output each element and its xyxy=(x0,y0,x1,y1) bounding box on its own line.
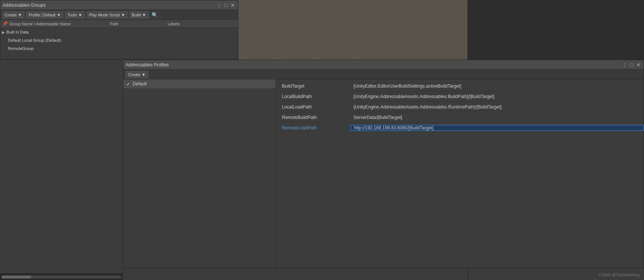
prop-label-local-build-path: LocalBuildPath xyxy=(276,94,350,99)
create-button[interactable]: Create ▼ xyxy=(2,11,25,19)
profiles-more-button[interactable]: ⋮ xyxy=(621,62,628,68)
expand-arrow-builtin: ▶ xyxy=(2,30,5,34)
scrollbar-area xyxy=(0,273,123,280)
prop-label-local-load-path: LocalLoadPath xyxy=(276,104,350,110)
group-row-default-local[interactable]: Default Local Group (Default) xyxy=(0,36,238,44)
profiles-close-button[interactable]: ✕ xyxy=(635,62,641,68)
groups-header: 📌 Group Name \ Addressable Name Path Lab… xyxy=(0,20,238,28)
profile-button[interactable]: Profile: Default ▼ xyxy=(26,11,63,19)
groups-titlebar: Addressables Groups ⋮ □ ✕ xyxy=(0,0,238,10)
groups-content: ▶ Built In Data Default Local Group (Def… xyxy=(0,28,238,53)
col-path-header: Path xyxy=(108,22,166,26)
col-labels-header: Labels xyxy=(166,22,238,26)
profiles-content: ✓ Default BuildTarget [UnityEditor.Edito… xyxy=(123,79,644,268)
profiles-titlebar-controls: ⋮ □ ✕ xyxy=(621,62,641,68)
prop-row-local-load-path: LocalLoadPath {UnityEngine.AddressableAs… xyxy=(276,102,644,112)
prop-value-remote-load-path[interactable]: http://192.168.199.83:8080/[BuildTarget] xyxy=(350,125,644,131)
groups-close-button[interactable]: ✕ xyxy=(230,2,236,8)
canvas-preview xyxy=(238,0,467,60)
group-name-default-local: Default Local Group (Default) xyxy=(8,38,61,43)
build-button[interactable]: Build ▼ xyxy=(129,11,149,19)
play-mode-button[interactable]: Play Mode Script ▼ xyxy=(86,11,128,19)
scrollbar-thumb[interactable] xyxy=(1,276,31,279)
group-name-remote: RemoteGroup xyxy=(8,46,34,51)
prop-label-remote-build-path: RemoteBuildPath xyxy=(276,115,350,120)
profile-name-default: Default xyxy=(133,81,147,86)
prop-row-build-target: BuildTarget [UnityEditor.EditorUserBuild… xyxy=(276,81,644,91)
tools-button[interactable]: Tools ▼ xyxy=(65,11,85,19)
search-button[interactable]: 🔍 xyxy=(150,12,159,18)
col-name-header: 📌 Group Name \ Addressable Name xyxy=(0,21,108,26)
groups-titlebar-controls: ⋮ □ ✕ xyxy=(216,2,236,8)
pin-icon: 📌 xyxy=(3,21,8,26)
groups-panel: Addressables Groups ⋮ □ ✕ Create ▼ Profi… xyxy=(0,0,238,60)
profiles-list: ✓ Default xyxy=(123,79,276,268)
groups-toolbar: Create ▼ Profile: Default ▼ Tools ▼ Play… xyxy=(0,10,238,20)
scrollbar-track[interactable] xyxy=(1,276,121,279)
prop-value-remote-build-path[interactable]: ServerData/[BuildTarget] xyxy=(350,115,644,120)
prop-value-build-target[interactable]: [UnityEditor.EditorUserBuildSettings.act… xyxy=(350,84,644,89)
profiles-toolbar: Create ▼ xyxy=(123,70,644,79)
profile-check-default: ✓ xyxy=(126,81,130,87)
canvas-svg xyxy=(238,0,467,60)
group-row-remote[interactable]: RemoteGroup xyxy=(0,44,238,53)
profiles-titlebar: Addressables Profiles ⋮ □ ✕ xyxy=(123,60,644,70)
search-icon: 🔍 xyxy=(152,12,158,18)
profiles-create-button[interactable]: Create ▼ xyxy=(126,71,148,78)
profile-item-default[interactable]: ✓ Default xyxy=(123,79,276,88)
profiles-maximize-button[interactable]: □ xyxy=(629,62,634,68)
right-dark-panel xyxy=(467,0,644,60)
group-row-builtin[interactable]: ▶ Built In Data xyxy=(0,28,238,36)
prop-row-local-build-path: LocalBuildPath [UnityEngine.AddressableA… xyxy=(276,91,644,102)
groups-maximize-button[interactable]: □ xyxy=(224,2,228,8)
prop-value-local-build-path[interactable]: [UnityEngine.AddressableAssets.Addressab… xyxy=(350,94,644,99)
svg-rect-0 xyxy=(238,0,467,60)
prop-row-remote-build-path: RemoteBuildPath ServerData/[BuildTarget] xyxy=(276,112,644,123)
profiles-panel-title: Addressables Profiles xyxy=(126,62,169,67)
groups-panel-title: Addressables Groups xyxy=(3,3,45,8)
prop-label-build-target: BuildTarget xyxy=(276,84,350,89)
profiles-properties: BuildTarget [UnityEditor.EditorUserBuild… xyxy=(276,79,644,268)
profiles-panel: Addressables Profiles ⋮ □ ✕ Create ▼ ✓ D… xyxy=(123,60,644,268)
watermark: CSDN @ToDoNothing xyxy=(599,273,640,277)
groups-more-button[interactable]: ⋮ xyxy=(216,2,222,8)
prop-row-remote-load-path: RemoteLoadPath http://192.168.199.83:808… xyxy=(276,123,644,133)
prop-label-remote-load-path: RemoteLoadPath xyxy=(276,125,350,130)
group-name-builtin: Built In Data xyxy=(6,30,29,34)
prop-value-local-load-path[interactable]: {UnityEngine.AddressableAssets.Addressab… xyxy=(350,104,644,110)
